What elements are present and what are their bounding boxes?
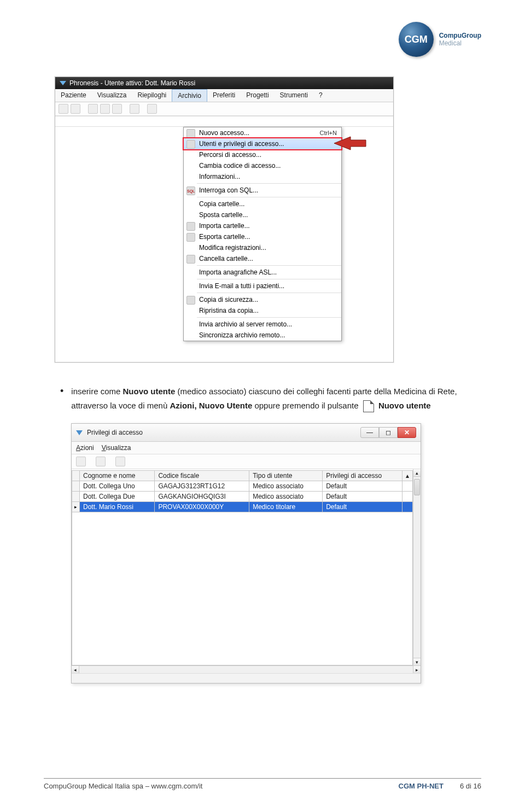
content-area: Nuovo accesso...Ctrl+NUtenti e privilegi… <box>55 127 393 362</box>
menu-item-icon <box>186 296 195 305</box>
table-cell: GAGKANGIOHGQIG3I <box>155 492 249 502</box>
window-menu-item[interactable]: Azioni <box>76 444 94 452</box>
menu-item-label: Invia archivio al server remoto... <box>199 320 292 328</box>
menu-item-icon <box>186 222 195 231</box>
close-button[interactable]: ✕ <box>398 427 416 438</box>
menu-progetti[interactable]: Progetti <box>241 89 274 102</box>
menu-item[interactable]: Esporta cartelle... <box>184 231 341 242</box>
menu-strumenti[interactable]: Strumenti <box>275 89 313 102</box>
menu-item-label: Esporta cartelle... <box>199 233 250 241</box>
menu-item[interactable]: Copia di sicurezza... <box>184 294 341 305</box>
scroll-thumb[interactable] <box>414 479 420 495</box>
column-header[interactable]: Cognome e nome <box>80 471 155 481</box>
menu-item[interactable]: Invia archivio al server remoto... <box>184 319 341 330</box>
toolbar-icon[interactable] <box>59 104 68 114</box>
toolbar-icon[interactable] <box>88 104 98 114</box>
table-cell: Dott. Collega Due <box>80 492 155 502</box>
menu-item-label: Copia di sicurezza... <box>199 296 258 303</box>
app-icon <box>60 81 66 85</box>
menu-item-icon: SQL <box>186 186 195 195</box>
menu-item-label: Invia E-mail a tutti i pazienti... <box>199 282 284 290</box>
menu-item[interactable]: Cancella cartelle... <box>184 253 341 264</box>
footer-page: 6 di 16 <box>460 782 481 790</box>
menu-item[interactable]: Copia cartelle... <box>184 198 341 209</box>
horizontal-scrollbar[interactable]: ◂ ▸ <box>72 665 421 673</box>
logo-text: CompuGroup Medical <box>439 32 481 48</box>
window-buttons: — ◻ ✕ <box>360 427 416 438</box>
menu-item[interactable]: Cambia codice di accesso... <box>184 160 341 171</box>
menu-item-icon <box>186 233 195 242</box>
menu-item-label: Interroga con SQL... <box>199 186 258 194</box>
menu-item[interactable]: Sposta cartelle... <box>184 209 341 220</box>
scroll-left-icon[interactable]: ◂ <box>72 666 79 673</box>
menu-item[interactable]: Utenti e privilegi di accesso... <box>183 138 342 150</box>
window-toolbar <box>72 454 421 469</box>
new-document-icon <box>363 400 374 412</box>
screenshot-privilegi-window: Privilegi di accesso — ◻ ✕ AzioniVisuali… <box>71 423 421 684</box>
logo-mark: CGM <box>399 22 434 57</box>
menu-?[interactable]: ? <box>313 89 328 102</box>
toolbar <box>55 102 393 116</box>
refresh-icon[interactable] <box>115 457 125 466</box>
window-titlebar: Privilegi di accesso — ◻ ✕ <box>72 424 421 442</box>
toolbar-icon[interactable] <box>71 104 80 114</box>
window-menu-item[interactable]: Visualizza <box>102 444 131 452</box>
maximize-button[interactable]: ◻ <box>379 427 398 438</box>
menu-item[interactable]: Nuovo accesso...Ctrl+N <box>184 127 341 138</box>
new-icon[interactable] <box>76 457 86 466</box>
scroll-up-icon[interactable]: ▴ <box>413 469 421 477</box>
table-cell: GAGAJG3123RT1G12 <box>155 481 249 492</box>
menu-item[interactable]: SQLInterroga con SQL... <box>184 185 341 196</box>
menu-preferiti[interactable]: Preferiti <box>207 89 241 102</box>
menu-item[interactable]: Informazioni... <box>184 171 341 182</box>
menu-item-label: Informazioni... <box>199 173 240 180</box>
toolbar-icon[interactable] <box>112 104 122 114</box>
scroll-right-icon[interactable]: ▸ <box>413 666 421 673</box>
menu-item[interactable]: Invia E-mail a tutti i pazienti... <box>184 281 341 291</box>
menu-item[interactable]: Ripristina da copia... <box>184 305 341 316</box>
app-title: Phronesis - Utente attivo: Dott. Mario R… <box>69 79 195 87</box>
menu-item[interactable]: Percorsi di accesso... <box>184 149 341 160</box>
toolbar-icon[interactable] <box>100 104 110 114</box>
menu-item-label: Ripristina da copia... <box>199 307 259 314</box>
table-cell: PROVAX00X00X000Y <box>155 502 249 512</box>
menu-item[interactable]: Importa cartelle... <box>184 220 341 231</box>
menu-item-icon <box>186 129 195 138</box>
vertical-scrollbar[interactable]: ▴ ▾ <box>413 469 421 665</box>
menu-item-label: Modifica registrazioni... <box>199 244 266 252</box>
app-titlebar: Phronesis - Utente attivo: Dott. Mario R… <box>55 77 393 89</box>
menu-item-label: Cambia codice di accesso... <box>199 162 281 170</box>
bullet-icon: • <box>60 384 63 412</box>
menu-archivio[interactable]: Archivio <box>172 89 207 102</box>
menu-visualizza[interactable]: Visualizza <box>92 89 132 102</box>
column-header[interactable]: Tipo di utente <box>249 471 323 481</box>
menu-riepiloghi[interactable]: Riepiloghi <box>132 89 172 102</box>
menu-paziente[interactable]: Paziente <box>55 89 92 102</box>
minimize-button[interactable]: — <box>360 427 379 438</box>
input-row <box>55 116 393 127</box>
menu-item-label: Utenti e privilegi di accesso... <box>199 140 284 148</box>
menu-item[interactable]: Modifica registrazioni... <box>184 242 341 253</box>
table-row[interactable]: ▸Dott. Mario RossiPROVAX00X00X000YMedico… <box>72 502 413 512</box>
toolbar-icon[interactable] <box>147 104 157 114</box>
menu-item-label: Importa cartelle... <box>199 222 250 230</box>
menu-item-icon <box>186 140 195 149</box>
search-icon[interactable] <box>96 457 106 466</box>
table-cell: Dott. Mario Rossi <box>80 502 155 512</box>
menu-item-label: Percorsi di accesso... <box>199 151 261 159</box>
status-bar <box>72 673 421 683</box>
menu-item-label: Cancella cartelle... <box>199 255 253 262</box>
table-row[interactable]: Dott. Collega UnoGAGAJG3123RT1G12Medico … <box>72 481 413 492</box>
table-row[interactable]: Dott. Collega DueGAGKANGIOHGQIG3IMedico … <box>72 492 413 502</box>
toolbar-icon[interactable] <box>130 104 139 114</box>
window-icon <box>76 430 83 435</box>
window-title: Privilegi di accesso <box>87 429 143 436</box>
column-header[interactable]: Codice fiscale <box>155 471 249 481</box>
page-footer: CompuGroup Medical Italia spa – www.cgm.… <box>44 778 481 790</box>
brand-logo: CGM CompuGroup Medical <box>399 22 481 57</box>
table-cell: Medico associato <box>249 481 323 492</box>
scroll-down-icon[interactable]: ▾ <box>413 658 421 665</box>
column-header[interactable]: Privilegi di accesso <box>323 471 402 481</box>
menu-item[interactable]: Importa anagrafiche ASL... <box>184 267 341 278</box>
menu-item[interactable]: Sincronizza archivio remoto... <box>184 330 341 341</box>
